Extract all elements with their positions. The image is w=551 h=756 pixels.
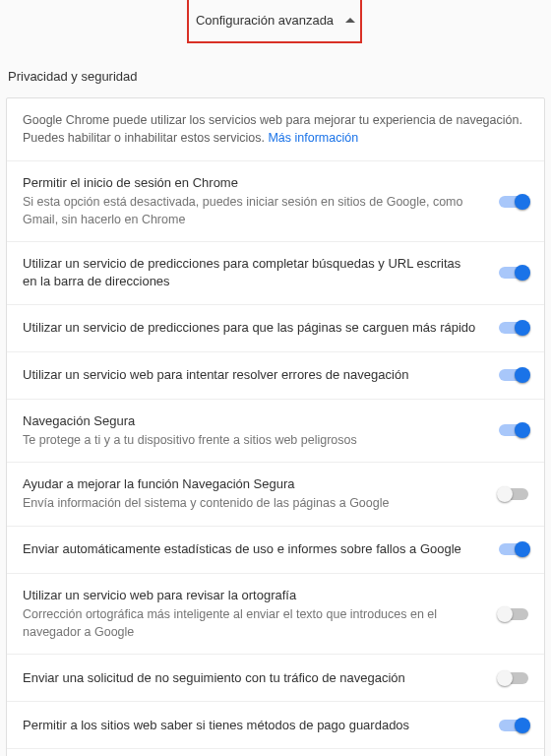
- row-subtitle: Te protege a ti y a tu dispositivo frent…: [23, 432, 477, 450]
- row-title: Permitir el inicio de sesión en Chrome: [23, 174, 477, 192]
- toggle-safe-browsing[interactable]: [499, 424, 528, 436]
- row-title: Utilizar un servicio web para intentar r…: [23, 366, 477, 384]
- more-info-link[interactable]: Más información: [268, 131, 358, 145]
- row-prediction-fastload: Utilizar un servicio de predicciones par…: [7, 305, 544, 352]
- row-title: Utilizar un servicio de predicciones par…: [23, 319, 477, 337]
- toggle-allow-chrome-signin[interactable]: [499, 196, 528, 208]
- advanced-settings-toggle[interactable]: Configuración avanzada: [180, 9, 371, 32]
- row-title: Permitir a los sitios web saber si tiene…: [23, 717, 477, 734]
- row-allow-chrome-signin: Permitir el inicio de sesión en Chrome S…: [7, 161, 544, 242]
- row-usage-stats: Enviar automáticamente estadísticas de u…: [7, 527, 544, 574]
- row-title: Enviar automáticamente estadísticas de u…: [23, 540, 477, 558]
- chevron-up-icon: [345, 18, 355, 23]
- privacy-card: Google Chrome puede utilizar los servici…: [6, 97, 545, 756]
- toggle-prediction-fastload[interactable]: [499, 322, 528, 334]
- row-prediction-url: Utilizar un servicio de predicciones par…: [7, 242, 544, 304]
- row-safe-browsing: Navegación Segura Te protege a ti y a tu…: [7, 400, 544, 464]
- row-do-not-track: Enviar una solicitud de no seguimiento c…: [7, 655, 544, 702]
- row-manage-certificates[interactable]: Gestionar certificados Administrar confi…: [7, 749, 544, 756]
- section-header-privacy: Privacidad y seguridad: [0, 39, 551, 97]
- toggle-payment-methods[interactable]: [499, 720, 528, 731]
- advanced-settings-label: Configuración avanzada: [196, 13, 334, 28]
- toggle-nav-errors[interactable]: [499, 369, 528, 381]
- row-title: Ayudar a mejorar la función Navegación S…: [23, 475, 477, 493]
- row-title: Enviar una solicitud de no seguimiento c…: [23, 669, 477, 687]
- privacy-intro: Google Chrome puede utilizar los servici…: [7, 98, 544, 161]
- toggle-usage-stats[interactable]: [499, 543, 528, 555]
- row-spellcheck: Utilizar un servicio web para revisar la…: [7, 574, 544, 655]
- row-subtitle: Si esta opción está desactivada, puedes …: [23, 194, 477, 228]
- toggle-improve-safe-browsing[interactable]: [499, 488, 528, 500]
- row-nav-errors: Utilizar un servicio web para intentar r…: [7, 352, 544, 400]
- row-title: Navegación Segura: [23, 412, 477, 430]
- row-title: Utilizar un servicio web para revisar la…: [23, 587, 477, 604]
- toggle-prediction-url[interactable]: [499, 267, 528, 279]
- row-payment-methods: Permitir a los sitios web saber si tiene…: [7, 702, 544, 749]
- toggle-do-not-track[interactable]: [499, 672, 528, 684]
- toggle-spellcheck[interactable]: [499, 608, 528, 620]
- row-subtitle: Envía información del sistema y contenid…: [23, 495, 477, 513]
- row-title: Utilizar un servicio de predicciones par…: [23, 255, 477, 290]
- row-subtitle: Corrección ortográfica más inteligente a…: [23, 606, 477, 641]
- row-improve-safe-browsing: Ayudar a mejorar la función Navegación S…: [7, 463, 544, 527]
